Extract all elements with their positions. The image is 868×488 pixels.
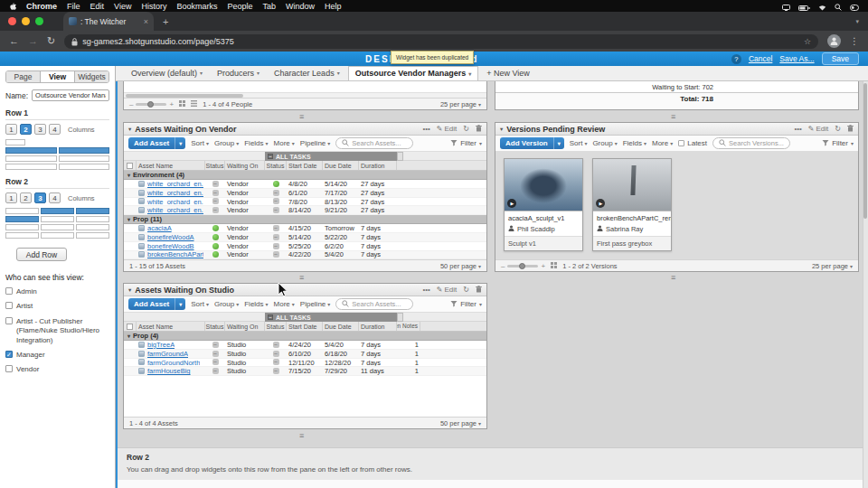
table-row[interactable]: farmGroundNorth–Studio–12/11/2012/28/207… bbox=[124, 359, 486, 368]
column-slot[interactable] bbox=[76, 232, 109, 239]
column-header[interactable]: Duration bbox=[359, 161, 397, 170]
table-row[interactable]: white_orchard_en...–Vendor–8/14/209/21/2… bbox=[124, 206, 486, 215]
group-row[interactable]: ▾Prop (4) bbox=[124, 332, 486, 341]
forward-button[interactable]: → bbox=[28, 36, 38, 46]
version-thumbnail[interactable]: ▶ bbox=[505, 159, 582, 211]
column-slot[interactable] bbox=[5, 208, 39, 214]
table-row[interactable]: farmGroundA–Studio–6/10/206/18/207 days1 bbox=[124, 350, 486, 359]
vertical-scrollbar[interactable] bbox=[863, 81, 868, 488]
versions-per-page[interactable]: 25 per page▾ bbox=[812, 262, 853, 270]
slider-track[interactable] bbox=[136, 103, 166, 106]
apple-icon[interactable] bbox=[9, 0, 16, 14]
open-notes-cell[interactable]: 1 bbox=[397, 341, 420, 349]
asset-link[interactable]: acaciaA bbox=[147, 224, 172, 232]
collapse-icon[interactable]: – bbox=[268, 314, 273, 320]
list-view-icon[interactable] bbox=[191, 100, 197, 108]
slider-knob[interactable] bbox=[519, 263, 525, 269]
studio-per-page[interactable]: 50 per page▾ bbox=[440, 419, 481, 427]
widget-block[interactable] bbox=[41, 208, 74, 214]
edit-widget-button[interactable]: ✎Edit bbox=[808, 125, 829, 133]
asset-link[interactable]: white_orchard_en... bbox=[147, 198, 203, 206]
refresh-icon[interactable]: ↻ bbox=[463, 286, 469, 294]
column-count-button[interactable]: 3 bbox=[34, 124, 46, 135]
menu-more[interactable]: More▾ bbox=[652, 139, 673, 147]
save-button[interactable]: Save bbox=[822, 52, 859, 65]
column-header[interactable]: Start Date bbox=[287, 322, 323, 331]
menu-item-bookmarks[interactable]: Bookmarks bbox=[176, 2, 217, 11]
browser-menu-icon[interactable]: ⋮ bbox=[850, 36, 859, 46]
version-card[interactable]: ▶brokenBenchAPartC_rende...Sabrina RayFi… bbox=[592, 158, 672, 251]
menu-sort[interactable]: Sort▾ bbox=[191, 300, 209, 308]
slider-plus-icon[interactable]: + bbox=[541, 262, 545, 270]
search-input[interactable]: Search Assets... bbox=[335, 298, 413, 310]
checkbox[interactable] bbox=[5, 317, 13, 324]
minimize-window-button[interactable] bbox=[22, 17, 30, 25]
column-slot[interactable] bbox=[59, 155, 110, 162]
add-version-button[interactable]: Add Version▾ bbox=[500, 137, 564, 149]
more-icon[interactable]: ••• bbox=[794, 125, 801, 133]
group-row[interactable]: ▾Environment (4) bbox=[124, 171, 486, 180]
menu-more[interactable]: More▾ bbox=[274, 300, 295, 308]
menu-fields[interactable]: Fields▾ bbox=[244, 139, 268, 147]
menu-group[interactable]: Group▾ bbox=[592, 139, 617, 147]
menu-item-view[interactable]: View bbox=[114, 2, 131, 11]
row2-drop-zone[interactable]: Row 2 You can drag and drop widgets onto… bbox=[118, 447, 863, 480]
column-count-button[interactable]: 1 bbox=[5, 192, 17, 203]
column-count-button[interactable]: 2 bbox=[20, 192, 32, 203]
slider-knob[interactable] bbox=[147, 101, 154, 108]
profile-avatar[interactable] bbox=[827, 34, 841, 48]
column-count-button[interactable]: 3 bbox=[34, 192, 46, 203]
column-slot[interactable] bbox=[59, 164, 110, 170]
slider-track[interactable] bbox=[507, 265, 538, 267]
edit-widget-button[interactable]: ✎Edit bbox=[437, 125, 458, 133]
scroll-grip[interactable] bbox=[397, 152, 403, 161]
checkbox[interactable]: ✓ bbox=[5, 351, 13, 358]
column-count-button[interactable]: 1 bbox=[5, 124, 17, 135]
menu-group[interactable]: Group▾ bbox=[214, 139, 239, 147]
search-icon[interactable] bbox=[835, 0, 842, 14]
column-header[interactable]: Status bbox=[205, 161, 225, 170]
sidebar-tab-view[interactable]: View bbox=[41, 71, 75, 82]
table-row[interactable]: acaciaAVendor–4/15/20Tomorrow7 days bbox=[124, 224, 486, 233]
search-input[interactable]: Search Assets... bbox=[335, 137, 413, 149]
group-row[interactable]: ▾Prop (11) bbox=[124, 215, 486, 224]
asset-link[interactable]: white_orchard_en... bbox=[147, 189, 203, 197]
widget-drag-handle[interactable]: ≡ bbox=[299, 275, 304, 280]
grid-view-icon[interactable] bbox=[551, 262, 557, 270]
play-icon[interactable]: ▶ bbox=[596, 199, 605, 208]
open-notes-cell[interactable]: 1 bbox=[397, 367, 420, 375]
column-header[interactable]: Status bbox=[205, 322, 225, 331]
more-icon[interactable]: ••• bbox=[422, 286, 429, 294]
menu-item-chrome[interactable]: Chrome bbox=[26, 2, 57, 11]
widget-drag-handle[interactable]: ≡ bbox=[671, 275, 675, 280]
collapse-widget-icon[interactable]: ▾ bbox=[128, 126, 131, 133]
menu-fields[interactable]: Fields▾ bbox=[244, 300, 268, 308]
tasks-group-header[interactable]: –ALL TASKS bbox=[265, 313, 397, 322]
table-row[interactable]: white_orchard_en...–Vendor–6/1/207/17/20… bbox=[124, 189, 486, 198]
close-window-button[interactable] bbox=[8, 17, 16, 25]
latest-checkbox[interactable]: Latest bbox=[678, 139, 707, 147]
chevron-down-icon[interactable]: ▾ bbox=[553, 137, 564, 149]
asset-link[interactable]: white_orchard_en... bbox=[147, 206, 203, 214]
trash-icon[interactable] bbox=[847, 125, 854, 134]
asset-link[interactable]: bigTreeA bbox=[147, 341, 175, 349]
menu-fields[interactable]: Fields▾ bbox=[623, 139, 646, 147]
menu-item-tab[interactable]: Tab bbox=[262, 2, 276, 11]
view-tab[interactable]: Producers▾ bbox=[211, 66, 266, 80]
tab-search-chevron-icon[interactable]: ▾ bbox=[855, 18, 859, 25]
asset-link[interactable]: white_orchard_en... bbox=[147, 180, 203, 188]
display-icon[interactable] bbox=[782, 0, 790, 14]
slider-plus-icon[interactable]: + bbox=[169, 100, 174, 108]
version-thumbnail[interactable]: ▶ bbox=[593, 159, 671, 211]
column-slot[interactable] bbox=[5, 232, 39, 239]
table-row[interactable]: bonefireWoodBVendor–5/25/206/2/207 days bbox=[124, 242, 486, 251]
asset-link[interactable]: bonefireWoodA bbox=[147, 233, 194, 241]
column-header[interactable]: Status bbox=[265, 322, 287, 331]
refresh-icon[interactable]: ↻ bbox=[835, 125, 841, 133]
browser-tab[interactable]: : The Witcher × bbox=[63, 12, 154, 31]
menu-item-window[interactable]: Window bbox=[286, 2, 315, 11]
column-count-button[interactable]: 4 bbox=[49, 192, 61, 203]
column-count-button[interactable]: 2 bbox=[20, 124, 32, 135]
column-slot[interactable] bbox=[5, 164, 57, 170]
edit-widget-button[interactable]: ✎Edit bbox=[437, 286, 458, 294]
